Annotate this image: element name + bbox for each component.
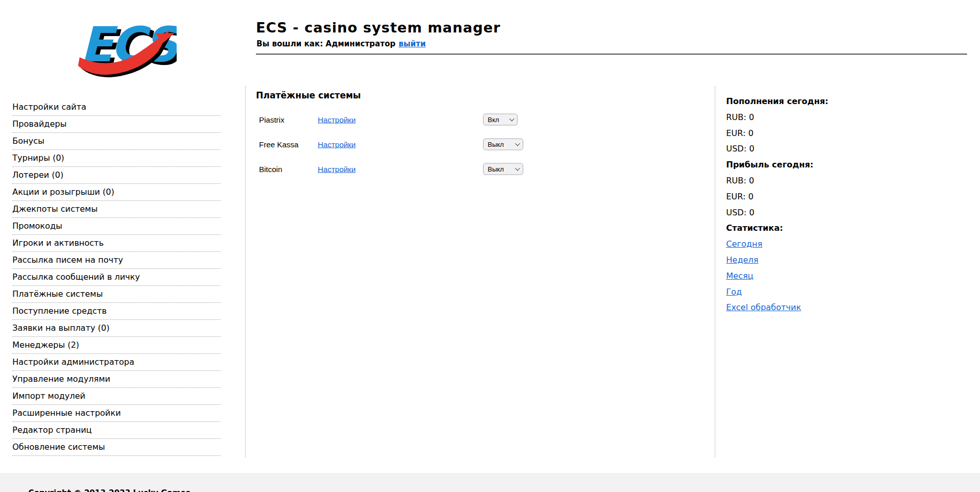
deposits-rub: RUB: 0 (726, 110, 932, 126)
sidebar-item-system-update[interactable]: Обновление системы (12, 439, 220, 456)
admin-page: ECS ECS ECS - casino system manager Вы в… (0, 0, 980, 492)
copyright-text: Copyright © 2013-2023 Lucky Games (28, 488, 191, 492)
stats-panel: Пополнения сегодня: RUB: 0 EUR: 0 USD: 0… (726, 94, 932, 316)
payment-row-free-kassa: Free Kassa Настройки Выкл (256, 132, 699, 157)
sidebar-item-pm-mailing[interactable]: Рассылка сообщений в личку (12, 269, 220, 286)
payment-row-bitcoin: Bitcoin Настройки Выкл (256, 157, 699, 181)
payment-name: Piastrix (259, 115, 317, 124)
bitcoin-state-select[interactable]: Выкл (483, 163, 523, 175)
piastrix-settings-link[interactable]: Настройки (318, 115, 356, 124)
sidebar-item-promocodes[interactable]: Промокоды (12, 218, 220, 235)
separator-main-stats (715, 87, 715, 457)
header-divider (256, 54, 967, 55)
sidebar-item-module-import[interactable]: Импорт модулей (12, 388, 220, 405)
piastrix-state-select[interactable]: Вкл (483, 114, 518, 126)
profit-eur: EUR: 0 (726, 189, 932, 205)
sidebar-nav: Настройки сайта Провайдеры Бонусы Турнир… (12, 99, 220, 456)
profit-rub: RUB: 0 (726, 173, 932, 189)
sidebar-item-incoming-funds[interactable]: Поступление средств (12, 303, 220, 320)
sidebar-item-promotions[interactable]: Акции и розыгрыши (0) (12, 184, 220, 201)
free-kassa-settings-link[interactable]: Настройки (318, 140, 356, 149)
piastrix-state-select-wrap: Вкл (483, 114, 518, 126)
statistics-heading: Статистика: (726, 220, 932, 236)
free-kassa-state-select-wrap: Выкл (483, 139, 523, 150)
stats-today-link[interactable]: Сегодня (726, 239, 762, 249)
page-title: ECS - casino system manager (256, 20, 501, 36)
free-kassa-state-select[interactable]: Выкл (483, 139, 523, 150)
logout-link[interactable]: выйти (399, 39, 426, 48)
profit-today-heading: Прибыль сегодня: (726, 157, 932, 173)
sidebar-item-site-settings[interactable]: Настройки сайта (12, 99, 220, 116)
profit-usd: USD: 0 (726, 205, 932, 221)
ecs-logo: ECS ECS (71, 10, 177, 78)
login-prefix: Вы вошли как: Администратор (256, 39, 396, 48)
sidebar-item-payment-systems[interactable]: Платёжные системы (12, 286, 220, 303)
stats-week-link[interactable]: Неделя (726, 255, 759, 265)
stats-year-link[interactable]: Год (726, 287, 742, 297)
sidebar-item-payout-requests[interactable]: Заявки на выплату (0) (12, 320, 220, 337)
sidebar-item-advanced-settings[interactable]: Расширенные настройки (12, 405, 220, 422)
stats-month-link[interactable]: Месяц (726, 271, 753, 281)
sidebar-item-players-activity[interactable]: Игроки и активность (12, 235, 220, 252)
sidebar-item-managers[interactable]: Менеджеры (2) (12, 337, 220, 354)
bitcoin-state-select-wrap: Выкл (483, 163, 523, 175)
payment-row-piastrix: Piastrix Настройки Вкл (256, 107, 699, 132)
payment-name: Free Kassa (259, 140, 317, 149)
footer: Copyright © 2013-2023 Lucky Games (0, 473, 980, 492)
deposits-usd: USD: 0 (726, 141, 932, 157)
deposits-eur: EUR: 0 (726, 126, 932, 142)
sidebar-item-jackpots[interactable]: Джекпоты системы (12, 201, 220, 218)
sidebar-item-tournaments[interactable]: Турниры (0) (12, 150, 220, 167)
sidebar-item-lotteries[interactable]: Лотереи (0) (12, 167, 220, 184)
payment-name: Bitcoin (259, 165, 317, 174)
sidebar-item-bonuses[interactable]: Бонусы (12, 133, 220, 150)
separator-sidebar-main (245, 87, 246, 457)
sidebar-item-email-mailing[interactable]: Рассылка писем на почту (12, 252, 220, 269)
payment-systems-list: Piastrix Настройки Вкл Free Kassa Настро… (256, 107, 699, 181)
excel-handler-link[interactable]: Excel обработчик (726, 302, 801, 312)
deposits-today-heading: Пополнения сегодня: (726, 94, 932, 110)
payment-systems-heading: Платёжные системы (256, 90, 361, 100)
sidebar-item-page-editor[interactable]: Редактор страниц (12, 422, 220, 439)
sidebar-item-admin-settings[interactable]: Настройки администратора (12, 354, 220, 371)
login-status: Вы вошли как: Администраторвыйти (256, 39, 426, 48)
sidebar-item-providers[interactable]: Провайдеры (12, 116, 220, 133)
bitcoin-settings-link[interactable]: Настройки (318, 165, 356, 174)
sidebar-item-module-management[interactable]: Управление модулями (12, 371, 220, 388)
